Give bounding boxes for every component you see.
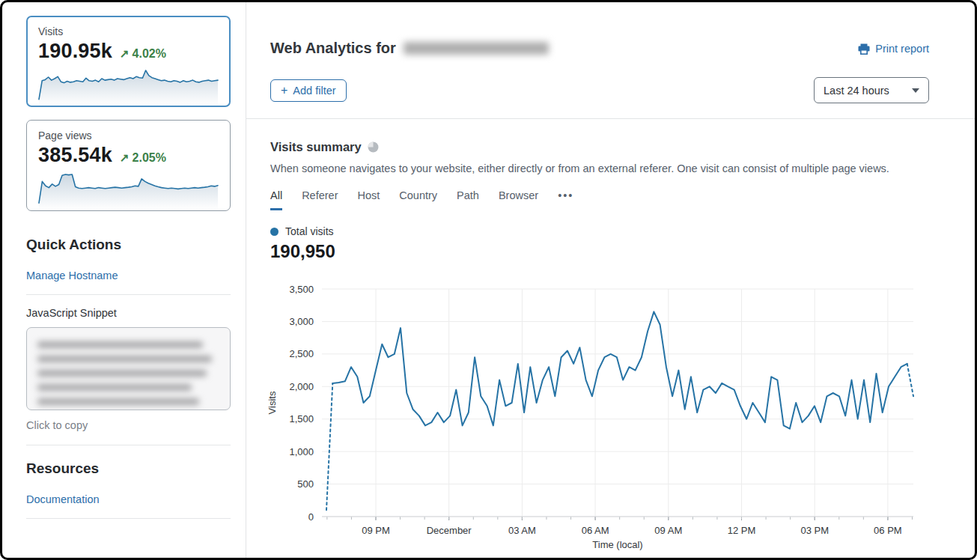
tab-country[interactable]: Country xyxy=(399,189,437,210)
tab-browser[interactable]: Browser xyxy=(499,189,538,210)
print-report-label: Print report xyxy=(875,43,929,55)
total-visits-value: 190,950 xyxy=(270,241,335,262)
svg-text:1,500: 1,500 xyxy=(289,413,314,424)
trend-up-icon: ↗ xyxy=(120,151,130,165)
svg-text:500: 500 xyxy=(297,478,314,490)
metric-card-value: 385.54k xyxy=(38,144,112,167)
js-snippet-label: JavaScript Snippet xyxy=(26,307,231,319)
sidebar: Visits 190.95k ↗ 4.02% Page views 385.54… xyxy=(26,16,231,519)
js-snippet-box[interactable] xyxy=(26,327,231,410)
svg-text:3,000: 3,000 xyxy=(289,316,314,327)
divider xyxy=(26,294,231,295)
redacted-code-line xyxy=(37,384,192,391)
tab-host[interactable]: Host xyxy=(357,189,380,210)
divider xyxy=(26,445,231,445)
page-views-sparkline-chart xyxy=(38,168,219,210)
svg-text:1,000: 1,000 xyxy=(289,446,314,457)
manage-hostname-link[interactable]: Manage Hostname xyxy=(26,270,118,281)
svg-text:Visits: Visits xyxy=(267,391,278,414)
time-range-value: Last 24 hours xyxy=(824,85,889,97)
metric-delta-value: 4.02% xyxy=(133,47,166,61)
tab-path[interactable]: Path xyxy=(457,189,479,210)
metric-card-page-views[interactable]: Page views 385.54k ↗ 2.05% xyxy=(26,120,231,211)
svg-text:06 PM: 06 PM xyxy=(874,525,902,536)
metric-card-label: Visits xyxy=(38,25,219,37)
svg-text:12 PM: 12 PM xyxy=(728,525,756,536)
visits-summary-title: Visits summary xyxy=(270,140,362,154)
print-report-button[interactable]: Print report xyxy=(858,43,929,55)
legend-dot-icon xyxy=(270,228,279,236)
add-filter-label: Add filter xyxy=(293,85,335,97)
dimension-tabs: AllRefererHostCountryPathBrowser••• xyxy=(270,189,573,210)
metric-card-visits[interactable]: Visits 190.95k ↗ 4.02% xyxy=(26,16,231,107)
svg-text:2,000: 2,000 xyxy=(289,381,314,392)
svg-text:03 PM: 03 PM xyxy=(800,525,829,536)
svg-text:03 AM: 03 AM xyxy=(508,525,536,536)
redacted-domain-name xyxy=(404,42,549,55)
main-content: Web Analytics for Print report + Add fil… xyxy=(246,2,975,558)
svg-text:09 PM: 09 PM xyxy=(362,525,390,536)
visits-sparkline-chart xyxy=(38,64,219,106)
svg-text:3,500: 3,500 xyxy=(289,284,314,295)
header-divider xyxy=(246,118,975,119)
svg-text:06 AM: 06 AM xyxy=(582,525,609,536)
tab-referer[interactable]: Referer xyxy=(302,189,338,210)
metric-card-label: Page views xyxy=(38,130,219,141)
visits-chart: 05001,0001,5002,0002,5003,0003,50009 PMD… xyxy=(264,281,923,552)
divider xyxy=(26,518,231,519)
click-to-copy-hint: Click to copy xyxy=(26,419,231,431)
trend-up-icon: ↗ xyxy=(120,47,130,61)
quick-actions-heading: Quick Actions xyxy=(26,237,231,253)
legend-label: Total visits xyxy=(285,225,334,237)
redacted-code-line xyxy=(37,356,212,362)
svg-text:2,500: 2,500 xyxy=(289,348,314,359)
metric-delta-value: 2.05% xyxy=(133,151,166,165)
add-filter-button[interactable]: + Add filter xyxy=(270,79,347,102)
printer-icon xyxy=(858,43,870,55)
page-title: Web Analytics for xyxy=(270,40,396,57)
documentation-link[interactable]: Documentation xyxy=(26,493,100,505)
tabs-more-button[interactable]: ••• xyxy=(558,189,573,210)
redacted-code-line xyxy=(37,398,199,405)
redacted-code-line xyxy=(37,341,203,348)
plus-icon: + xyxy=(281,85,287,96)
metric-delta: ↗ 2.05% xyxy=(120,151,166,165)
tab-all[interactable]: All xyxy=(270,189,282,210)
metric-card-value: 190.95k xyxy=(38,40,112,63)
svg-text:Time (local): Time (local) xyxy=(592,539,642,550)
chevron-down-icon xyxy=(912,88,919,93)
visits-line-chart: 05001,0001,5002,0002,5003,0003,50009 PMD… xyxy=(264,281,923,552)
svg-text:December: December xyxy=(427,525,472,536)
time-range-select[interactable]: Last 24 hours xyxy=(814,77,929,103)
metric-delta: ↗ 4.02% xyxy=(120,47,166,61)
redacted-code-line xyxy=(37,370,207,377)
resources-heading: Resources xyxy=(26,460,231,477)
visits-summary-description: When someone navigates to your website, … xyxy=(270,162,944,174)
chart-legend: Total visits xyxy=(270,225,334,237)
pie-help-icon xyxy=(368,141,379,153)
svg-text:09 AM: 09 AM xyxy=(654,525,682,536)
svg-text:0: 0 xyxy=(308,511,314,523)
app-window: Visits 190.95k ↗ 4.02% Page views 385.54… xyxy=(0,0,977,560)
